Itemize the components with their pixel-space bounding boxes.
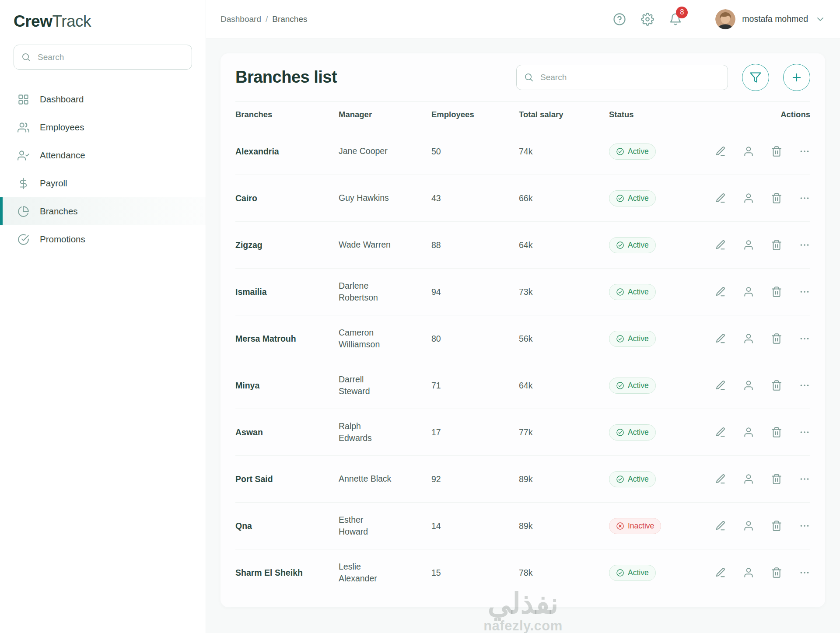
delete-button[interactable] [771,286,782,297]
sidebar-item-label: Attendance [40,150,85,161]
user-menu[interactable]: mostafa mohmed [715,9,826,29]
sidebar-item-branches[interactable]: Branches [0,197,206,225]
sidebar-item-label: Promotions [40,234,85,245]
edit-pencil-icon [715,520,726,532]
col-header-salary: Total salary [519,110,609,119]
table-search-input[interactable] [539,72,721,83]
ellipsis-icon [799,427,810,438]
manager-name: Jane Cooper [339,145,393,157]
more-button[interactable] [799,146,810,157]
delete-button[interactable] [771,427,782,438]
branch-name: Ismailia [235,287,339,297]
user-button[interactable] [743,427,754,438]
more-button[interactable] [799,567,810,578]
branch-name: Zigzag [235,240,339,250]
status-badge: Active [609,565,656,581]
total-salary: 64k [519,240,609,250]
branches-card: Branches list [220,53,825,607]
edit-button[interactable] [715,286,726,297]
row-actions [682,473,810,485]
search-icon [21,52,31,62]
sidebar-search-input[interactable] [37,52,185,63]
table-row: Ismailia Darlene Robertson 94 73k Active [235,269,810,315]
notifications-button[interactable]: 8 [669,13,682,26]
sidebar-item-promotions[interactable]: Promotions [0,225,206,253]
delete-button[interactable] [771,567,782,578]
edit-button[interactable] [715,380,726,391]
more-button[interactable] [799,427,810,438]
edit-button[interactable] [715,333,726,344]
delete-button[interactable] [771,146,782,157]
notification-badge: 8 [676,7,688,18]
user-button[interactable] [743,333,754,344]
check-circle-icon [18,234,29,245]
dollar-icon [18,178,29,189]
employees-count: 94 [431,287,519,297]
sidebar-item-dashboard[interactable]: Dashboard [0,85,206,113]
user-button[interactable] [743,473,754,485]
edit-button[interactable] [715,473,726,485]
edit-pencil-icon [715,567,726,578]
row-actions [682,567,810,578]
status-cell: Active [609,237,682,253]
more-button[interactable] [799,333,810,344]
status-label: Active [628,287,649,297]
check-circle-icon [616,335,624,343]
more-button[interactable] [799,286,810,297]
more-button[interactable] [799,380,810,391]
user-button[interactable] [743,239,754,251]
edit-button[interactable] [715,192,726,204]
branch-name: Aswan [235,427,339,437]
filter-button[interactable] [742,64,769,91]
add-branch-button[interactable] [783,64,810,91]
table-row: Aswan Ralph Edwards 17 77k Active [235,409,810,456]
edit-button[interactable] [715,239,726,251]
delete-button[interactable] [771,380,782,391]
user-button[interactable] [743,192,754,204]
user-button[interactable] [743,380,754,391]
delete-button[interactable] [771,333,782,344]
delete-button[interactable] [771,192,782,204]
ellipsis-icon [799,239,810,251]
manager-name: Esther Howard [339,514,393,538]
edit-button[interactable] [715,146,726,157]
status-cell: Inactive [609,518,682,534]
user-button[interactable] [743,146,754,157]
status-label: Active [628,428,649,437]
trash-icon [771,427,782,438]
table-body: Alexandria Jane Cooper 50 74k Active [235,128,810,596]
edit-button[interactable] [715,520,726,532]
delete-button[interactable] [771,520,782,532]
status-cell: Active [609,424,682,441]
more-button[interactable] [799,192,810,204]
user-icon [743,567,754,578]
delete-button[interactable] [771,473,782,485]
edit-pencil-icon [715,380,726,391]
more-button[interactable] [799,239,810,251]
branch-name: Qna [235,521,339,531]
user-check-icon [18,150,29,161]
breadcrumb-dashboard[interactable]: Dashboard [220,14,261,24]
user-icon [743,427,754,438]
user-button[interactable] [743,520,754,532]
settings-button[interactable] [641,13,654,26]
help-button[interactable] [613,13,626,26]
user-button[interactable] [743,567,754,578]
sidebar-item-employees[interactable]: Employees [0,113,206,141]
more-button[interactable] [799,473,810,485]
edit-button[interactable] [715,567,726,578]
table-search[interactable] [516,65,728,90]
ellipsis-icon [799,333,810,344]
more-button[interactable] [799,520,810,532]
user-icon [743,192,754,204]
sidebar-item-attendance[interactable]: Attendance [0,141,206,169]
sidebar-search[interactable] [14,45,192,70]
user-button[interactable] [743,286,754,297]
manager-name: Guy Hawkins [339,192,393,204]
sidebar-item-payroll[interactable]: Payroll [0,169,206,197]
edit-button[interactable] [715,427,726,438]
delete-button[interactable] [771,239,782,251]
row-actions [682,286,810,297]
status-cell: Active [609,190,682,206]
chevron-down-icon[interactable] [815,14,826,24]
